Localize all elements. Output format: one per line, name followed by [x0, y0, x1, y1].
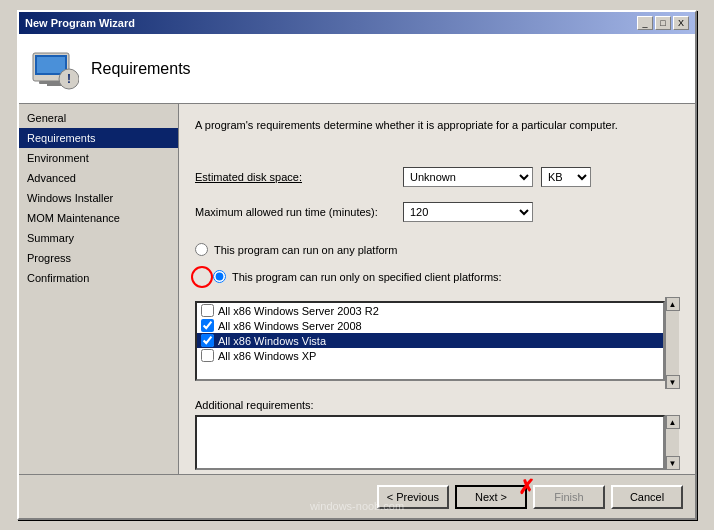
- platform-label-p1: All x86 Windows Server 2003 R2: [218, 305, 379, 317]
- checkbox-p1[interactable]: [201, 304, 214, 317]
- runtime-select[interactable]: 120 60 240: [403, 202, 533, 222]
- list-item[interactable]: All x86 Windows Vista: [197, 333, 663, 348]
- cancel-button[interactable]: Cancel: [611, 485, 683, 509]
- radio-specified[interactable]: [213, 270, 226, 283]
- platform-label-p2: All x86 Windows Server 2008: [218, 320, 362, 332]
- checkbox-p4[interactable]: [201, 349, 214, 362]
- radio-any-label: This program can run on any platform: [214, 244, 397, 256]
- title-bar-left: New Program Wizard: [25, 17, 135, 29]
- platform-list: All x86 Windows Server 2003 R2 All x86 W…: [197, 303, 663, 363]
- radio-specified-row: This program can run only on specified c…: [195, 270, 679, 283]
- sidebar: General Requirements Environment Advance…: [19, 104, 179, 474]
- close-button[interactable]: X: [673, 16, 689, 30]
- header-title: Requirements: [91, 60, 191, 78]
- header-icon: !: [31, 45, 79, 93]
- sidebar-item-summary[interactable]: Summary: [19, 228, 178, 248]
- radio-specified-wrapper: This program can run only on specified c…: [195, 270, 679, 287]
- radio-specified-label: This program can run only on specified c…: [232, 271, 502, 283]
- list-item: All x86 Windows Server 2008: [197, 318, 663, 333]
- sidebar-item-progress[interactable]: Progress: [19, 248, 178, 268]
- wizard-window: New Program Wizard _ □ X ! Requirements …: [17, 10, 697, 520]
- additional-scrollbar[interactable]: ▲ ▼: [665, 415, 679, 470]
- previous-button[interactable]: < Previous: [377, 485, 449, 509]
- additional-textarea[interactable]: [195, 415, 665, 470]
- header-area: ! Requirements: [19, 34, 695, 104]
- minimize-button[interactable]: _: [637, 16, 653, 30]
- finish-button[interactable]: Finish: [533, 485, 605, 509]
- additional-section: Additional requirements: ▲ ▼: [195, 399, 679, 470]
- disk-space-label: Estimated disk space:: [195, 171, 395, 183]
- sidebar-item-requirements[interactable]: Requirements: [19, 128, 178, 148]
- checkbox-p2[interactable]: [201, 319, 214, 332]
- content-area: General Requirements Environment Advance…: [19, 104, 695, 474]
- platform-label-p3: All x86 Windows Vista: [218, 335, 326, 347]
- disk-space-select[interactable]: Unknown 0: [403, 167, 533, 187]
- checkbox-p3[interactable]: [201, 334, 214, 347]
- platform-list-scrollbar[interactable]: ▲ ▼: [665, 297, 679, 389]
- platform-list-wrapper: All x86 Windows Server 2003 R2 All x86 W…: [195, 297, 679, 389]
- main-content: A program's requirements determine wheth…: [179, 104, 695, 474]
- scroll-down-arrow[interactable]: ▼: [666, 375, 680, 389]
- scroll-up-arrow[interactable]: ▲: [666, 297, 680, 311]
- additional-label: Additional requirements:: [195, 399, 679, 411]
- additional-scroll-down[interactable]: ▼: [666, 456, 680, 470]
- platform-list-container: All x86 Windows Server 2003 R2 All x86 W…: [195, 301, 665, 381]
- disk-space-row: Estimated disk space: Unknown 0 KB MB GB: [195, 167, 679, 187]
- sidebar-item-windows-installer[interactable]: Windows Installer: [19, 188, 178, 208]
- sidebar-item-environment[interactable]: Environment: [19, 148, 178, 168]
- footer: < Previous Next > ✗ Finish Cancel window…: [19, 474, 695, 518]
- list-item: All x86 Windows XP: [197, 348, 663, 363]
- svg-text:!: !: [67, 72, 71, 86]
- runtime-label: Maximum allowed run time (minutes):: [195, 206, 395, 218]
- next-button[interactable]: Next >: [455, 485, 527, 509]
- radio-any-row: This program can run on any platform: [195, 243, 679, 256]
- annotation-circle: [191, 266, 213, 288]
- sidebar-item-mom-maintenance[interactable]: MOM Maintenance: [19, 208, 178, 228]
- radio-any[interactable]: [195, 243, 208, 256]
- description-text: A program's requirements determine wheth…: [195, 118, 679, 133]
- sidebar-item-confirmation[interactable]: Confirmation: [19, 268, 178, 288]
- svg-rect-2: [37, 57, 65, 73]
- additional-scroll-up[interactable]: ▲: [666, 415, 680, 429]
- title-bar: New Program Wizard _ □ X: [19, 12, 695, 34]
- title-bar-buttons: _ □ X: [637, 16, 689, 30]
- maximize-button[interactable]: □: [655, 16, 671, 30]
- platform-label-p4: All x86 Windows XP: [218, 350, 316, 362]
- additional-textarea-wrapper: ▲ ▼: [195, 415, 679, 470]
- runtime-row: Maximum allowed run time (minutes): 120 …: [195, 202, 679, 222]
- sidebar-item-general[interactable]: General: [19, 108, 178, 128]
- disk-space-unit-select[interactable]: KB MB GB: [541, 167, 591, 187]
- list-item: All x86 Windows Server 2003 R2: [197, 303, 663, 318]
- sidebar-item-advanced[interactable]: Advanced: [19, 168, 178, 188]
- window-title: New Program Wizard: [25, 17, 135, 29]
- next-button-wrapper: Next > ✗: [455, 485, 527, 509]
